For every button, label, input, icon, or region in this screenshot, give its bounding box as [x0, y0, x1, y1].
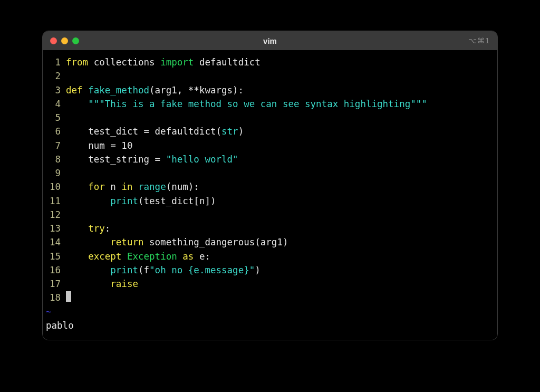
- line-number: 15: [43, 250, 66, 263]
- code-line: 18: [43, 291, 497, 304]
- code-line: 17 raise: [43, 277, 497, 291]
- code-line: 12: [43, 208, 497, 222]
- code-line: 6 test_dict = defaultdict(str): [43, 125, 497, 138]
- code-line: 14 return something_dangerous(arg1): [43, 235, 497, 249]
- line-number: 14: [43, 235, 66, 249]
- code-line: 10 for n in range(num):: [43, 180, 497, 194]
- code-line: 4 """This is a fake method so we can see…: [43, 97, 497, 111]
- line-number: 7: [43, 139, 66, 152]
- code-line: 8 test_string = "hello world": [43, 152, 497, 166]
- colorscheme-name: pablo: [46, 319, 74, 332]
- line-number: 3: [43, 83, 66, 97]
- line-number: 4: [43, 97, 66, 111]
- window-title: vim: [43, 36, 497, 45]
- code-line: 16 print(f"oh no {e.message}"): [43, 263, 497, 277]
- line-number: 13: [43, 222, 66, 235]
- titlebar[interactable]: vim ⌥⌘1: [43, 31, 497, 50]
- status-line: pablo: [43, 319, 497, 337]
- editor-area[interactable]: 1 from collections import defaultdict 2 …: [43, 50, 497, 340]
- line-number: 2: [43, 69, 66, 83]
- line-number: 9: [43, 166, 66, 180]
- line-number: 16: [43, 263, 66, 277]
- line-number: 12: [43, 208, 66, 222]
- code-line: 7 num = 10: [43, 139, 497, 152]
- window-shortcut-badge: ⌥⌘1: [468, 36, 490, 45]
- code-line: 5: [43, 111, 497, 125]
- code-line: 11 print(test_dict[n]): [43, 194, 497, 208]
- cursor: [66, 291, 71, 302]
- code-line: 2: [43, 69, 497, 83]
- code-line: 1 from collections import defaultdict: [43, 55, 497, 69]
- code-line: 13 try:: [43, 222, 497, 235]
- empty-buffer-line: ~: [43, 305, 497, 319]
- code-line: 9: [43, 166, 497, 180]
- line-number: 6: [43, 125, 66, 138]
- code-content: from collections import defaultdict: [66, 55, 497, 69]
- zoom-icon[interactable]: [72, 37, 79, 44]
- code-line: 3 def fake_method(arg1, **kwargs):: [43, 83, 497, 97]
- line-number: 8: [43, 152, 66, 166]
- terminal-window: vim ⌥⌘1 1 from collections import defaul…: [42, 31, 498, 340]
- code-line: 15 except Exception as e:: [43, 250, 497, 263]
- line-number: 11: [43, 194, 66, 208]
- line-number: 18: [43, 291, 66, 304]
- tilde-icon: ~: [43, 305, 52, 319]
- line-number: 17: [43, 277, 66, 291]
- traffic-lights: [43, 37, 79, 44]
- minimize-icon[interactable]: [61, 37, 68, 44]
- line-number: 5: [43, 111, 66, 125]
- line-number: 1: [43, 55, 66, 69]
- close-icon[interactable]: [50, 37, 57, 44]
- line-number: 10: [43, 180, 66, 194]
